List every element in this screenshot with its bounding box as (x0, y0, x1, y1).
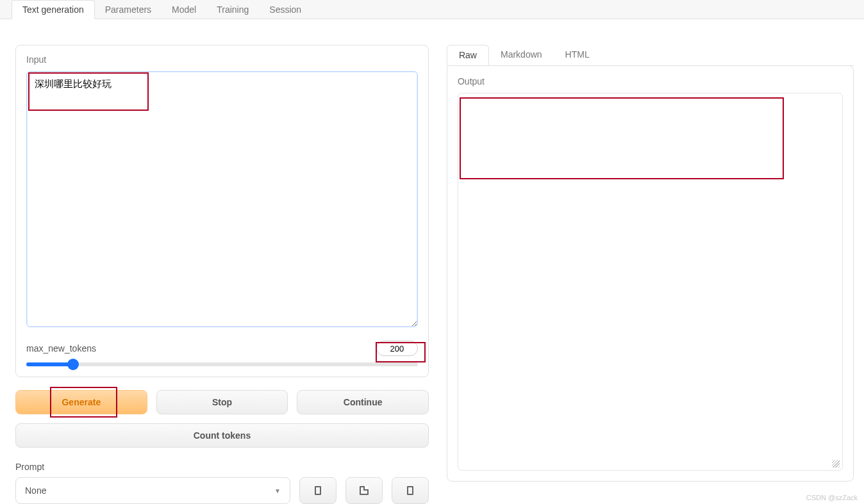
output-subtabs: Raw Markdown HTML (447, 45, 854, 66)
subtab-markdown[interactable]: Markdown (489, 45, 554, 65)
max-new-tokens-value[interactable] (376, 341, 418, 356)
input-textarea[interactable] (26, 71, 418, 327)
prompt-action-3-button[interactable] (392, 477, 429, 504)
generate-button[interactable]: Generate (15, 390, 147, 414)
tab-parameters[interactable]: Parameters (95, 1, 162, 19)
document-icon (407, 486, 413, 495)
continue-button[interactable]: Continue (297, 390, 429, 414)
max-new-tokens-row: max_new_tokens (26, 341, 418, 366)
max-new-tokens-label: max_new_tokens (26, 343, 96, 354)
prompt-action-1-button[interactable] (299, 477, 336, 504)
top-tabs: Text generation Parameters Model Trainin… (0, 0, 864, 19)
watermark: CSDN @szZack (806, 494, 858, 501)
chevron-down-icon: ▼ (274, 487, 281, 494)
stop-button[interactable]: Stop (156, 390, 288, 414)
slider-thumb[interactable] (67, 359, 79, 370)
document-icon (315, 486, 321, 495)
tab-session[interactable]: Session (259, 1, 312, 19)
prompt-dropdown[interactable]: None ▼ (15, 477, 290, 504)
input-label: Input (26, 54, 418, 65)
tab-text-generation[interactable]: Text generation (12, 0, 95, 19)
prompt-selected: None (25, 485, 46, 496)
input-panel: Input max_new_tokens (15, 45, 429, 377)
save-icon (360, 486, 369, 495)
prompt-save-button[interactable] (345, 477, 383, 504)
max-new-tokens-slider[interactable] (26, 362, 418, 366)
slider-fill (26, 362, 73, 366)
tab-model[interactable]: Model (162, 1, 206, 19)
subtab-html[interactable]: HTML (554, 45, 601, 65)
tab-training[interactable]: Training (206, 1, 259, 19)
count-tokens-button[interactable]: Count tokens (15, 423, 429, 448)
resize-grip-icon[interactable] (832, 460, 840, 467)
subtab-raw[interactable]: Raw (447, 45, 489, 65)
output-box (458, 93, 843, 471)
output-label: Output (458, 76, 843, 86)
output-panel: Output (447, 65, 854, 482)
prompt-label: Prompt (15, 462, 429, 472)
